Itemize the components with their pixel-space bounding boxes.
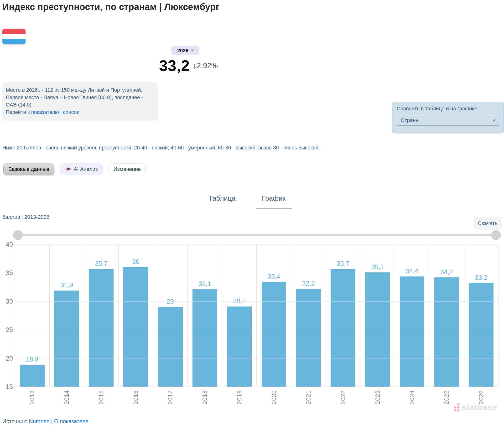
x-tick-label: 2023 bbox=[360, 390, 395, 416]
range-slider-handle-left[interactable] bbox=[13, 230, 23, 240]
x-tick-label: 2015 bbox=[84, 390, 118, 416]
flag-stripe-white bbox=[2, 34, 26, 39]
gridline bbox=[15, 301, 498, 301]
scale-note: Ниже 20 баллов - очень низкий уровень пр… bbox=[2, 145, 375, 151]
ai-analysis-label: AI Анализ bbox=[74, 166, 98, 172]
x-tick-label: 2014 bbox=[49, 390, 84, 416]
x-tick-label: 2019 bbox=[222, 390, 257, 416]
grip-icon bbox=[495, 233, 497, 237]
bar-cell: 36 bbox=[118, 245, 153, 386]
tab-chart[interactable]: График bbox=[256, 194, 292, 209]
bar-value-label: 33,4 bbox=[268, 273, 280, 280]
bar-chart: 403530252015 18,831,935,7362932,129,133,… bbox=[2, 245, 498, 387]
bar-2021[interactable] bbox=[296, 289, 321, 386]
bar-cell: 35,7 bbox=[84, 245, 119, 386]
bar-2022[interactable] bbox=[331, 269, 355, 386]
goto-prefix: Перейти к bbox=[6, 109, 31, 115]
countries-select-value: Страны bbox=[401, 117, 419, 123]
meta-pipe: | bbox=[21, 214, 23, 220]
x-axis: 2013201420152016201720182019202020212022… bbox=[15, 390, 498, 416]
y-tick-label: 30 bbox=[6, 298, 13, 305]
bar-value-label: 29 bbox=[167, 298, 174, 305]
x-tick-label: 2021 bbox=[291, 390, 326, 416]
bar-cell: 29,1 bbox=[222, 245, 257, 386]
bar-value-label: 31,9 bbox=[60, 281, 73, 289]
tab-table[interactable]: Таблица bbox=[202, 194, 242, 209]
bar-value-label: 35,7 bbox=[95, 260, 108, 267]
bars-row: 18,831,935,7362932,129,133,432,235,735,1… bbox=[15, 245, 498, 386]
bar-2020[interactable] bbox=[262, 282, 287, 386]
goto-line: Перейти к показателю | список bbox=[6, 109, 154, 116]
y-tick-label: 20 bbox=[6, 355, 13, 362]
range-slider-track[interactable] bbox=[18, 234, 496, 236]
range-slider-handle-right[interactable] bbox=[491, 230, 501, 240]
about-indicator-link[interactable]: О показателе bbox=[54, 418, 89, 424]
bar-value-label: 35,1 bbox=[371, 263, 384, 271]
bar-cell: 32,2 bbox=[291, 245, 326, 386]
bar-cell: 18,8 bbox=[15, 245, 50, 386]
bar-cell: 33,4 bbox=[257, 245, 291, 386]
bar-2025[interactable] bbox=[434, 277, 459, 386]
robot-icon bbox=[65, 166, 72, 173]
compare-panel: Сравнить в таблице и на графике Страны bbox=[392, 102, 504, 133]
bar-2015[interactable] bbox=[89, 269, 114, 386]
grip-icon bbox=[17, 233, 19, 237]
bar-2017[interactable] bbox=[158, 307, 183, 386]
source-footer: Источник: Numbeo | О показателе bbox=[2, 418, 89, 425]
indicator-link[interactable]: показателю bbox=[31, 109, 59, 115]
numbeo-link[interactable]: Numbeo bbox=[29, 418, 50, 424]
source-label: Источник: bbox=[2, 418, 27, 424]
bar-cell: 31,9 bbox=[50, 245, 84, 386]
bar-cell: 34,4 bbox=[395, 245, 430, 386]
statbase-logo-text: statbase bbox=[461, 403, 497, 412]
bar-2023[interactable] bbox=[365, 272, 390, 386]
x-tick-label: 2017 bbox=[153, 390, 188, 416]
bar-cell: 32,1 bbox=[188, 245, 222, 386]
bar-2024[interactable] bbox=[400, 276, 424, 386]
bar-2016[interactable] bbox=[123, 267, 148, 386]
bar-value-label: 36 bbox=[132, 258, 139, 265]
y-axis: 403530252015 bbox=[2, 245, 13, 387]
value-delta: ↓ 2.92% bbox=[193, 61, 218, 70]
bar-cell: 33,2 bbox=[464, 245, 498, 386]
x-tick-label: 2024 bbox=[395, 390, 429, 416]
x-tick-label: 2013 bbox=[15, 390, 49, 416]
list-link[interactable]: список bbox=[63, 109, 79, 115]
gridline bbox=[15, 273, 498, 273]
compare-panel-title: Сравнить в таблице и на графике bbox=[397, 106, 499, 112]
bar-value-label: 34,4 bbox=[406, 267, 418, 275]
download-button[interactable]: Скачать bbox=[473, 217, 502, 230]
base-data-button[interactable]: Базовые данные bbox=[3, 164, 54, 175]
gridline bbox=[15, 358, 498, 359]
gridline bbox=[15, 245, 498, 245]
bar-2019[interactable] bbox=[227, 306, 252, 386]
view-tabs: Таблица График bbox=[202, 194, 292, 209]
chart-unit: баллов bbox=[2, 214, 20, 220]
ai-analysis-button[interactable]: AI Анализ bbox=[60, 164, 103, 175]
bar-2013[interactable] bbox=[20, 365, 45, 386]
page-title: Индекс преступности, по странам | Люксем… bbox=[2, 2, 219, 12]
bar-2026[interactable] bbox=[469, 283, 494, 386]
y-tick-label: 15 bbox=[6, 383, 13, 391]
x-tick-label: 2016 bbox=[118, 390, 153, 416]
bar-2014[interactable] bbox=[54, 290, 79, 386]
bar-value-label: 33,2 bbox=[475, 274, 487, 281]
x-tick-label: 2022 bbox=[326, 390, 360, 416]
footer-pipe: | bbox=[51, 418, 53, 424]
chart-range: 2013-2026 bbox=[24, 214, 49, 220]
chevron-down-icon bbox=[493, 118, 496, 121]
bar-value-label: 18,8 bbox=[26, 356, 39, 363]
year-select[interactable]: 2026 bbox=[171, 46, 199, 55]
bar-cell: 34,2 bbox=[429, 245, 464, 386]
bar-value-label: 34,2 bbox=[440, 268, 453, 276]
current-value-panel: 33,2 ↓ 2.92% bbox=[115, 56, 262, 75]
bar-value-label: 32,2 bbox=[302, 280, 315, 287]
countries-select[interactable]: Страны bbox=[397, 115, 499, 126]
bar-cell: 29 bbox=[153, 245, 188, 386]
bar-cell: 35,7 bbox=[326, 245, 360, 386]
chart-meta-label: баллов|2013-2026 bbox=[2, 214, 49, 220]
chevron-down-icon bbox=[191, 48, 194, 51]
change-button[interactable]: Изменение bbox=[108, 164, 146, 175]
bar-2018[interactable] bbox=[192, 289, 217, 386]
y-tick-label: 35 bbox=[6, 269, 13, 277]
